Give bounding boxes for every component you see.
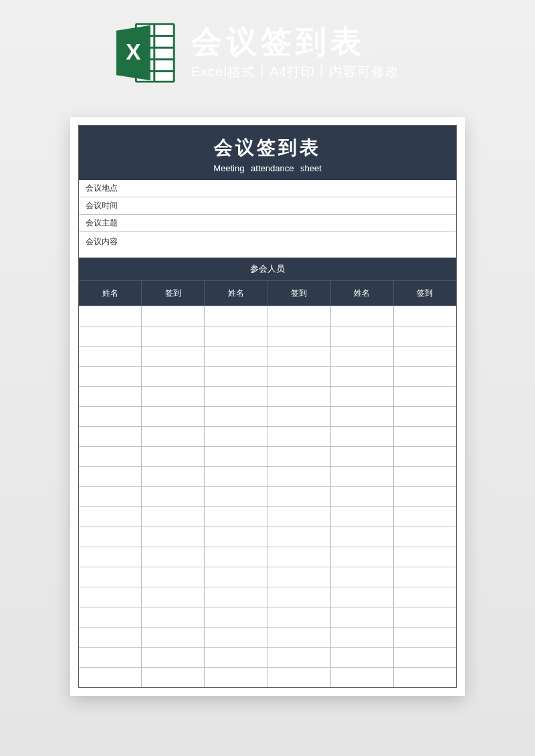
- table-cell: [331, 467, 394, 486]
- table-row: [79, 547, 456, 567]
- table-cell: [142, 527, 205, 547]
- info-row-location: 会议地点: [79, 180, 456, 197]
- table-cell: [142, 668, 205, 687]
- table-cell: [205, 628, 268, 647]
- table-cell: [79, 527, 142, 547]
- table-row: [79, 326, 456, 346]
- sheet: 会议签到表 Meeting attendance sheet 会议地点 会议时间…: [70, 117, 465, 696]
- table-cell: [205, 507, 268, 527]
- table-cell: [79, 407, 142, 426]
- col-header: 姓名: [79, 281, 142, 306]
- table-cell: [268, 648, 331, 667]
- table-cell: [268, 487, 331, 506]
- table-cell: [79, 306, 142, 326]
- table-row: [79, 587, 456, 607]
- table-cell: [394, 547, 456, 567]
- col-header: 签到: [394, 281, 456, 306]
- info-label: 会议主题: [86, 217, 132, 229]
- table-row: [79, 366, 456, 386]
- attendee-title: 参会人员: [79, 258, 456, 280]
- table-cell: [142, 487, 205, 506]
- table-cell: [79, 467, 142, 486]
- table-cell: [331, 567, 394, 587]
- table-cell: [394, 628, 456, 647]
- table-cell: [142, 367, 205, 386]
- table-cell: [205, 407, 268, 426]
- col-header: 姓名: [205, 281, 268, 306]
- table-cell: [79, 567, 142, 587]
- table-cell: [331, 628, 394, 647]
- table-cell: [205, 648, 268, 667]
- table-cell: [142, 648, 205, 667]
- top-banner: X 会议签到表 Excel格式丨A4打印丨内容可修改: [0, 0, 535, 86]
- table-cell: [268, 347, 331, 366]
- table-cell: [79, 507, 142, 527]
- col-header: 签到: [142, 281, 205, 306]
- table-cell: [268, 607, 331, 627]
- table-cell: [331, 427, 394, 446]
- table-cell: [268, 447, 331, 466]
- table-cell: [79, 648, 142, 667]
- table-cell: [79, 326, 142, 346]
- table-cell: [79, 427, 142, 446]
- table-cell: [268, 668, 331, 687]
- sheet-inner: 会议签到表 Meeting attendance sheet 会议地点 会议时间…: [78, 125, 457, 688]
- table-row: [79, 406, 456, 426]
- table-cell: [79, 367, 142, 386]
- table-cell: [268, 587, 331, 607]
- banner-subtitle: Excel格式丨A4打印丨内容可修改: [191, 63, 399, 81]
- table-cell: [205, 347, 268, 366]
- table-row: [79, 426, 456, 446]
- table-cell: [79, 668, 142, 687]
- info-label: 会议地点: [86, 183, 132, 194]
- table-cell: [142, 306, 205, 326]
- table-cell: [331, 306, 394, 326]
- table-cell: [331, 668, 394, 687]
- table-cell: [268, 628, 331, 647]
- sheet-header: 会议签到表 Meeting attendance sheet: [79, 126, 456, 180]
- banner-text: 会议签到表 Excel格式丨A4打印丨内容可修改: [191, 25, 399, 81]
- table-cell: [331, 347, 394, 366]
- table-cell: [331, 387, 394, 406]
- table-cell: [205, 326, 268, 346]
- table-row: [79, 567, 456, 587]
- table-cell: [268, 427, 331, 446]
- table-cell: [268, 306, 331, 326]
- table-cell: [394, 487, 456, 506]
- table-cell: [142, 607, 205, 627]
- table-cell: [331, 407, 394, 426]
- table-cell: [142, 567, 205, 587]
- table-cell: [205, 306, 268, 326]
- table-cell: [331, 547, 394, 567]
- table-cell: [268, 326, 331, 346]
- banner-title: 会议签到表: [191, 25, 399, 59]
- table-cell: [79, 547, 142, 567]
- table-cell: [79, 387, 142, 406]
- info-row-time: 会议时间: [79, 197, 456, 215]
- table-cell: [394, 427, 456, 446]
- table-cell: [142, 628, 205, 647]
- table-cell: [331, 367, 394, 386]
- excel-icon: X: [114, 20, 179, 86]
- table-row: [79, 607, 456, 627]
- table-cell: [79, 347, 142, 366]
- table-cell: [205, 447, 268, 466]
- table-cell: [331, 527, 394, 547]
- column-headers: 姓名 签到 姓名 签到 姓名 签到: [79, 280, 456, 306]
- table-cell: [142, 347, 205, 366]
- table-cell: [142, 507, 205, 527]
- col-header: 姓名: [331, 281, 394, 306]
- table-cell: [79, 447, 142, 466]
- table-cell: [394, 607, 456, 627]
- table-cell: [205, 467, 268, 486]
- table-row: [79, 486, 456, 506]
- table-cell: [268, 547, 331, 567]
- table-cell: [394, 447, 456, 466]
- table-cell: [205, 367, 268, 386]
- table-cell: [79, 487, 142, 506]
- table-cell: [205, 547, 268, 567]
- table-cell: [394, 527, 456, 547]
- table-cell: [268, 507, 331, 527]
- table-cell: [205, 587, 268, 607]
- table-cell: [394, 347, 456, 366]
